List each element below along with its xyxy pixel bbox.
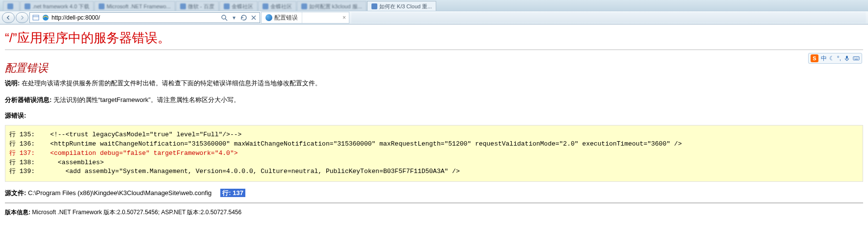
tab-favicon	[25, 3, 30, 9]
code-line-prefix: 行 138:	[9, 159, 58, 166]
code-line: <add assembly="System.Management, Versio…	[65, 168, 460, 175]
ime-lang-toggle[interactable]: 中	[821, 54, 827, 63]
microphone-icon[interactable]	[843, 55, 850, 62]
browser-tab[interactable]	[3, 1, 20, 11]
code-line-prefix: 行 139:	[9, 168, 65, 175]
tab-favicon	[180, 3, 186, 9]
description-text: 在处理向该请求提供服务所需的配置文件时出错。请检查下面的特定错误详细信息并适当地…	[20, 79, 321, 87]
back-button[interactable]	[2, 12, 15, 23]
arrow-right-icon	[19, 15, 25, 21]
tab-favicon	[263, 3, 268, 9]
ime-punct-toggle[interactable]: °,	[837, 55, 841, 62]
tab-favicon	[7, 3, 13, 9]
code-line-prefix: 行 135:	[9, 131, 50, 138]
document-tab[interactable]: 配置错误	[262, 12, 302, 23]
tab-favicon	[99, 3, 105, 9]
tab-label: .net framework 4.0 下载	[32, 1, 89, 11]
svg-rect-7	[846, 56, 848, 59]
ie-favicon-icon	[265, 14, 272, 21]
tab-label: 如何配置 k3cloud 服...	[309, 1, 362, 11]
browser-tab-strip: .net framework 4.0 下载 Microsoft .NET Fra…	[0, 0, 868, 11]
svg-point-3	[222, 15, 226, 19]
svg-rect-0	[33, 15, 39, 20]
code-line-prefix: 行 137:	[9, 149, 50, 157]
divider	[5, 202, 863, 203]
document-tab-area: 配置错误 ×	[261, 12, 349, 24]
forward-button[interactable]	[16, 12, 28, 23]
browser-tab[interactable]: Microsoft .NET Framewo...	[94, 1, 175, 11]
document-tab-title: 配置错误	[274, 12, 298, 23]
app-error-heading: “/”应用程序中的服务器错误。	[5, 29, 863, 47]
divider	[5, 50, 863, 50]
tab-label: 金蝶社区	[270, 1, 292, 11]
version-text: Microsoft .NET Framework 版本:2.0.50727.54…	[30, 209, 241, 216]
browser-toolbar: ▾ 配置错误 ×	[0, 11, 868, 25]
source-file-path: C:\Program Files (x86)\Kingdee\K3Cloud\M…	[26, 189, 211, 197]
svg-line-4	[225, 19, 227, 21]
source-code-block: 行 135: <!--<trust legacyCasModel="true" …	[5, 125, 863, 182]
error-line-badge: 行: 137	[220, 189, 245, 197]
version-info: 版本信息: Microsoft .NET Framework 版本:2.0.50…	[5, 208, 863, 217]
browser-tab-active[interactable]: 如何在 K/3 Cloud 重...	[367, 1, 437, 11]
line-label: 行:	[222, 189, 231, 197]
code-line: <!--<trust legacyCasModel="true" level="…	[50, 131, 241, 138]
browser-tab[interactable]: 微软 - 百度	[176, 1, 219, 11]
search-icon[interactable]	[220, 14, 228, 22]
tab-favicon	[224, 3, 230, 9]
parser-error-label: 分析器错误消息:	[5, 96, 52, 103]
url-input[interactable]	[52, 13, 218, 22]
svg-rect-8	[853, 57, 859, 60]
refresh-icon[interactable]	[240, 14, 248, 22]
tab-favicon	[371, 3, 377, 9]
error-page: S 中 ☾ °, “/”应用程序中的服务器错误。 配置错误 说明: 在处理向该请…	[0, 25, 868, 226]
browser-tab[interactable]: .net framework 4.0 下载	[20, 1, 94, 11]
close-tab-icon[interactable]: ×	[340, 14, 349, 21]
description-label: 说明:	[5, 79, 20, 87]
tab-label: 金蝶社区	[232, 1, 253, 11]
parser-error-paragraph: 分析器错误消息: 无法识别的属性“targetFramework”。请注意属性名…	[5, 95, 863, 105]
browser-tab[interactable]: 金蝶社区	[258, 1, 296, 11]
code-line: <assemblies>	[58, 159, 104, 166]
keyboard-icon[interactable]	[853, 55, 860, 62]
ie-favicon-icon	[42, 14, 50, 22]
config-error-heading: 配置错误	[5, 61, 863, 75]
tab-favicon	[301, 3, 307, 9]
version-label: 版本信息:	[5, 209, 30, 216]
toolbar-remainder	[351, 12, 866, 23]
address-bar[interactable]: ▾	[29, 12, 260, 23]
line-number: 137	[231, 189, 243, 197]
source-file-label: 源文件:	[5, 189, 26, 197]
tab-label: 如何在 K/3 Cloud 重...	[379, 1, 432, 11]
compat-view-icon[interactable]	[32, 14, 40, 22]
source-error-label: 源错误:	[5, 111, 863, 120]
browser-tab[interactable]: 金蝶社区	[219, 1, 258, 11]
moon-icon[interactable]: ☾	[829, 55, 835, 62]
stop-icon[interactable]	[250, 14, 258, 22]
ime-toolbar[interactable]: S 中 ☾ °,	[808, 53, 862, 64]
sogou-logo-icon[interactable]: S	[811, 54, 818, 62]
code-line: <httpRuntime waitChangeNotification="315…	[50, 140, 682, 148]
dropdown-icon[interactable]: ▾	[230, 14, 238, 22]
source-file-line: 源文件: C:\Program Files (x86)\Kingdee\K3Cl…	[5, 189, 863, 198]
description-paragraph: 说明: 在处理向该请求提供服务所需的配置文件时出错。请检查下面的特定错误详细信息…	[5, 78, 863, 88]
code-line-prefix: 行 136:	[9, 140, 50, 148]
tab-label: 微软 - 百度	[188, 1, 214, 11]
arrow-left-icon	[5, 15, 11, 21]
code-line-highlighted: <compilation debug="false" targetFramewo…	[50, 149, 237, 157]
browser-tab[interactable]: 如何配置 k3cloud 服...	[297, 1, 367, 11]
parser-error-text: 无法识别的属性“targetFramework”。请注意属性名称区分大小写。	[52, 96, 240, 103]
tab-label: Microsoft .NET Framewo...	[106, 1, 171, 11]
